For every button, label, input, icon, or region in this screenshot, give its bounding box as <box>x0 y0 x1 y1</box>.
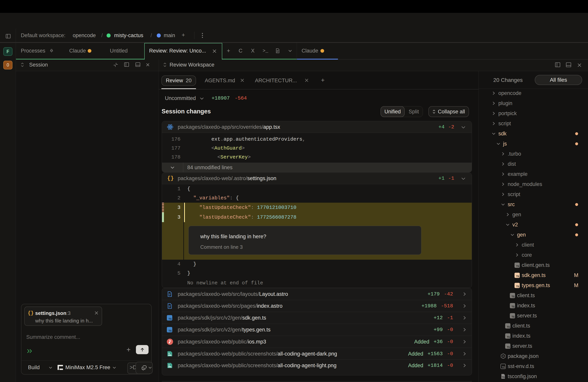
svg-text:TS: TS <box>502 376 504 378</box>
svg-text:JS: JS <box>502 355 504 357</box>
